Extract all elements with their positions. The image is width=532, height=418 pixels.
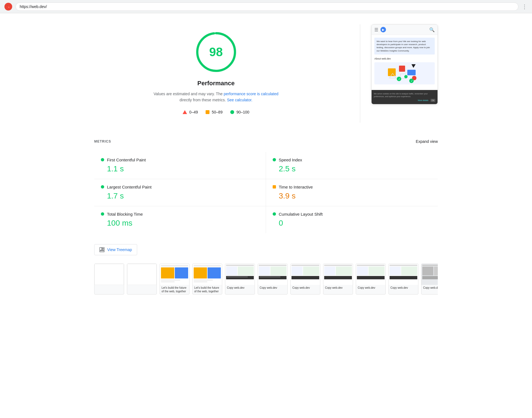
treemap-icon [99,247,104,252]
frame-0-image [94,264,124,285]
frame-3-image [193,264,222,285]
metric-si-indicator [273,158,276,161]
metric-cls: Cumulative Layout Shift 0 [266,206,438,233]
metrics-section: METRICS Expand view First Contentful Pai… [72,134,460,239]
frame-9-caption: Copy web.dev [389,285,418,291]
svg-rect-19 [100,251,104,252]
frame-10-image [421,264,438,285]
filmstrip[interactable]: Let's build the future of the web, toget… [94,264,438,295]
film-frame-9: Copy web.dev [388,264,418,295]
frame-7-caption: Copy web.dev [323,285,353,291]
frame-9-image [389,264,418,285]
cookie-bar: We serve cookies on this site to analyze… [372,90,438,104]
metric-tti-indicator [273,185,276,189]
preview-banner: We want to hear from you! We are looking… [374,38,435,55]
score-container: 98 Performance Values are estimated and … [94,24,338,123]
performance-gauge: 98 [194,30,238,74]
svg-text:✓: ✓ [411,79,413,82]
metric-si-value: 2.5 s [273,164,431,173]
frame-6-caption: Copy web.dev [291,285,320,291]
metric-tbt-value: 100 ms [101,219,259,228]
metric-lcp: Largest Contentful Paint 1.7 s [94,179,266,206]
url-bar[interactable]: https://web.dev/ [16,2,518,11]
film-frame-3: Let's build the future of the web, toget… [192,264,222,295]
metric-cls-value: 0 [273,219,431,228]
metrics-grid: First Contentful Paint 1.1 s Speed Index… [94,152,438,233]
cookie-buttons[interactable]: More details Ok [374,99,435,102]
svg-rect-16 [100,247,102,250]
frame-4-image [225,264,255,285]
metric-si-name: Speed Index [279,158,302,162]
browser-menu-icon[interactable]: ⋮ [522,3,528,10]
svg-rect-3 [399,66,405,72]
metric-tti-header: Time to Interactive [273,185,431,189]
frame-0-caption [94,285,124,287]
frame-6-image [291,264,320,285]
section-divider [360,24,360,123]
browser-toolbar: 🔖 https://web.dev/ ⋮ [0,0,532,13]
pass-icon [230,110,234,114]
performance-title: Performance [197,80,235,87]
performance-description: Values are estimated and may vary. The p… [150,91,283,103]
cookie-ok-button[interactable]: Ok [431,99,435,102]
svg-rect-17 [102,247,104,249]
more-details-link[interactable]: More details [417,99,429,102]
metric-si-header: Speed Index [273,158,431,162]
fail-icon [183,110,187,114]
metric-cls-name: Cumulative Layout Shift [279,212,323,216]
film-frame-2: Let's build the future of the web, toget… [160,264,190,295]
metric-tbt-name: Total Blocking Time [107,212,143,216]
average-icon [206,110,209,114]
legend-average: 50–89 [206,110,222,114]
metric-fcp-value: 1.1 s [101,164,259,173]
metric-fcp: First Contentful Paint 1.1 s [94,152,266,179]
treemap-button-label: View Treemap [107,247,132,252]
film-frame-8: Copy web.dev [356,264,386,295]
svg-text:✓: ✓ [398,78,400,81]
frame-1-image [127,264,157,285]
site-logo: ▶ [380,27,386,32]
frame-2-image [160,264,189,285]
metrics-label: METRICS [94,140,111,143]
hamburger-icon: ☰ [374,27,378,32]
expand-view-button[interactable]: Expand view [416,139,438,144]
metric-fcp-indicator [101,158,104,161]
average-range: 50–89 [212,110,222,114]
frame-4-caption: Copy web.dev [225,285,255,291]
svg-rect-18 [102,249,104,250]
frame-1-caption [127,285,157,287]
metric-fcp-name: First Contentful Paint [107,158,146,162]
perf-score-link[interactable]: performance score is calculated [224,92,278,96]
film-frame-5: Copy web.dev [258,264,288,295]
legend-pass: 90–100 [230,110,249,114]
score-legend: 0–49 50–89 90–100 [183,110,249,114]
metric-tbt-indicator [101,212,104,216]
frame-2-caption: Let's build the future of the web, toget… [160,285,189,294]
preview-about-text: About web.dev [374,57,435,60]
legend-fail: 0–49 [183,110,198,114]
film-frame-4: Copy web.dev [225,264,255,295]
metric-tbt-header: Total Blocking Time [101,212,259,216]
metric-tti-name: Time to Interactive [279,185,313,189]
metric-fcp-header: First Contentful Paint [101,158,259,162]
preview-section: ☰ ▶ 🔍 We want to hear from you! We are l… [371,24,438,123]
metrics-header: METRICS Expand view [94,139,438,146]
treemap-section: View Treemap [72,239,460,261]
metric-cls-header: Cumulative Layout Shift [273,212,431,216]
svg-point-9 [404,75,408,78]
calculator-link[interactable]: See calculator. [227,98,252,102]
preview-illustration: ✓ ✓ [374,62,435,84]
score-value: 98 [209,45,223,59]
browser-logo: 🔖 [4,3,12,11]
svg-rect-5 [407,70,416,75]
metric-cls-indicator [273,212,276,216]
metric-lcp-value: 1.7 s [101,192,259,200]
metric-tbt: Total Blocking Time 100 ms [94,206,266,233]
preview-body: We want to hear from you! We are looking… [372,35,438,90]
film-frame-6: Copy web.dev [290,264,320,295]
fail-range: 0–49 [189,110,198,114]
frame-3-caption: Let's build the future of the web, toget… [193,285,222,294]
metric-tti-value: 3.9 s [273,192,431,200]
svg-line-14 [396,69,399,72]
treemap-button[interactable]: View Treemap [94,244,137,255]
